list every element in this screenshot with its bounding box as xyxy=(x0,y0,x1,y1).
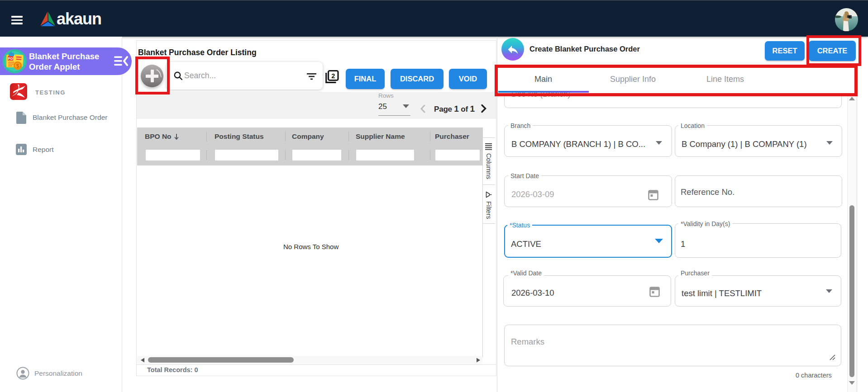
svg-text:2: 2 xyxy=(331,72,335,80)
svg-text:$: $ xyxy=(16,63,19,69)
svg-text:PO: PO xyxy=(8,57,13,61)
